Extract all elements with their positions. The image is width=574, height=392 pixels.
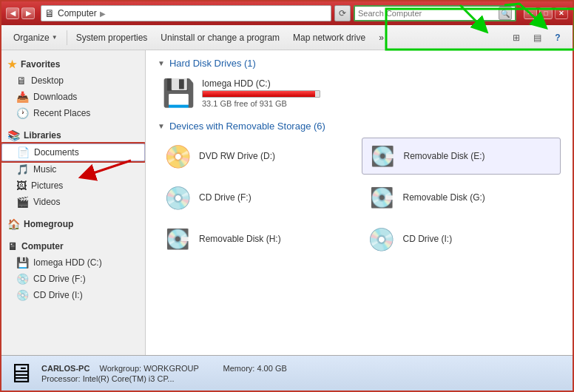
removable-disk-e[interactable]: 💽 Removable Disk (E:) [362,138,561,175]
minimize-button[interactable]: ─ [524,7,537,19]
details-pane-button[interactable]: ▤ [528,29,546,47]
cd-drive-i-name: CD Drive (I:) [403,234,453,244]
removable-disk-h-icon: 💽 [163,228,192,251]
content-area: ▼ Hard Disk Drives (1) 💾 Iomega HDD (C:)… [146,50,573,355]
sidebar-libraries-section: 📚 Libraries 📄 Documents 🎵 Music 🖼 Pictur… [1,127,145,210]
hdd-toggle[interactable]: ▼ [158,59,165,67]
sidebar-item-cd-drive-i[interactable]: 💿 CD Drive (I:) [1,287,145,303]
sidebar: ★ Favorites 🖥 Desktop 📥 Downloads 🕐 Rece… [1,50,146,355]
folder-icon: 🖥 [44,7,55,19]
cd-drive-i[interactable]: 💿 CD Drive (I:) [362,220,561,257]
search-button[interactable]: 🔍 [499,7,512,20]
search-input[interactable] [358,9,499,18]
cd-drive-i-icon: 💿 [368,226,396,252]
favorites-star-icon: ★ [7,58,17,70]
music-icon: 🎵 [16,163,29,175]
sidebar-homegroup-header[interactable]: 🏠 Homegroup [1,216,145,232]
computer-icon: 🖥 [7,240,18,252]
removable-disk-e-name: Removable Disk (E:) [404,151,485,161]
sidebar-computer-section: 🖥 Computer 💾 Iomega HDD (C:) 💿 CD Drive … [1,238,145,303]
organize-arrow: ▼ [52,34,58,41]
removable-disk-e-icon: 💽 [368,145,396,168]
cd-drive-f-icon: 💿 [163,185,192,211]
sidebar-favorites-header[interactable]: ★ Favorites [1,56,145,72]
sidebar-item-videos[interactable]: 🎬 Videos [1,194,145,210]
sidebar-libraries-header[interactable]: 📚 Libraries [1,127,145,143]
removable-disk-g[interactable]: 💽 Removable Disk (G:) [362,179,561,216]
removable-disk-g-icon: 💽 [368,186,396,209]
back-button[interactable]: ◀ [6,7,19,19]
dvd-rw-icon: 📀 [163,143,192,169]
sidebar-item-iomega-hdd[interactable]: 💾 Iomega HDD (C:) [1,254,145,271]
title-bar-controls: ◀ ▶ [6,7,35,19]
sidebar-computer-header[interactable]: 🖥 Computer [1,238,145,254]
sidebar-favorites-section: ★ Favorites 🖥 Desktop 📥 Downloads 🕐 Rece… [1,56,145,121]
help-button[interactable]: ? [549,29,567,47]
iomega-hdd-info: Iomega HDD (C:) 33.1 GB free of 931 GB [202,78,556,108]
uninstall-button[interactable]: Uninstall or change a program [155,30,286,45]
forward-button[interactable]: ▶ [21,7,35,19]
sidebar-item-music[interactable]: 🎵 Music [1,161,145,178]
sidebar-item-recent-places[interactable]: 🕐 Recent Places [1,105,145,121]
dvd-rw-name: DVD RW Drive (D:) [199,151,275,161]
removable-disk-h[interactable]: 💽 Removable Disk (H:) [158,220,357,257]
sidebar-item-cd-drive-f[interactable]: 💿 CD Drive (F:) [1,271,145,287]
videos-icon: 🎬 [16,196,29,208]
removable-toggle[interactable]: ▼ [158,122,165,130]
iomega-hdd-row[interactable]: 💾 Iomega HDD (C:) 33.1 GB free of 931 GB [158,75,561,112]
view-options-button[interactable]: ⊞ [507,29,525,47]
maximize-button[interactable]: □ [539,7,553,19]
sidebar-item-pictures[interactable]: 🖼 Pictures [1,178,145,194]
status-pc-name: CARLOS-PC [41,364,90,373]
sidebar-item-documents[interactable]: 📄 Documents [1,143,145,161]
sidebar-item-desktop[interactable]: 🖥 Desktop [1,72,145,89]
hdd-section-label: Hard Disk Drives (1) [169,58,256,69]
recent-places-icon: 🕐 [16,107,29,119]
pictures-icon: 🖼 [16,180,27,192]
removable-disk-h-name: Removable Disk (H:) [199,234,281,244]
status-line-2: Processor: Intel(R) Core(TM) i3 CP... [41,374,287,383]
status-processor: Processor: Intel(R) Core(TM) i3 CP... [41,374,175,383]
map-network-button[interactable]: Map network drive [287,30,371,45]
toolbar: Organize ▼ System properties Uninstall o… [1,25,573,50]
toolbar-right: ⊞ ▤ ? [507,29,567,47]
iomega-hdd-bar-container [202,90,320,98]
removable-section-label: Devices with Removable Storage (6) [169,121,325,132]
address-bar[interactable]: 🖥 Computer ▶ [41,5,331,21]
title-bar: ◀ ▶ 🖥 Computer ▶ ⟳ 🔍 ─ □ ✕ [1,1,573,25]
libraries-icon: 📚 [7,129,20,141]
toolbar-divider-1 [67,30,67,45]
status-bar: 🖥 CARLOS-PC Workgroup: WORKGROUP Memory:… [1,355,573,391]
window-controls: ─ □ ✕ [524,7,568,19]
status-line-1: CARLOS-PC Workgroup: WORKGROUP Memory: 4… [41,364,287,373]
hdd-section-header: ▼ Hard Disk Drives (1) [158,58,561,69]
system-properties-button[interactable]: System properties [70,30,154,45]
iomega-hdd-size: 33.1 GB free of 931 GB [202,99,556,108]
status-workgroup: Workgroup: WORKGROUP [99,364,198,373]
cd-drive-f-name: CD Drive (F:) [199,192,251,203]
iomega-hdd-name: Iomega HDD (C:) [202,78,556,89]
status-pc-icon: 🖥 [7,358,34,389]
address-separator: ▶ [100,10,106,18]
organize-button[interactable]: Organize ▼ [7,30,64,45]
iomega-hdd-bar [203,91,315,97]
dvd-rw-drive-d[interactable]: 📀 DVD RW Drive (D:) [158,138,357,175]
removable-section-header: ▼ Devices with Removable Storage (6) [158,121,561,132]
close-button[interactable]: ✕ [555,7,568,19]
cd-drive-i-icon: 💿 [16,289,29,301]
search-box[interactable]: 🔍 [354,5,516,21]
address-path: Computer [58,8,97,18]
devices-grid: 📀 DVD RW Drive (D:) 💽 Removable Disk (E:… [158,138,561,257]
iomega-hdd-icon: 💾 [16,257,29,268]
more-button[interactable]: » [373,30,390,45]
refresh-button[interactable]: ⟳ [334,5,351,21]
cd-drive-f-icon: 💿 [16,273,29,285]
explorer-window: ◀ ▶ 🖥 Computer ▶ ⟳ 🔍 ─ □ ✕ Organize ▼ Sy… [0,0,574,392]
homegroup-icon: 🏠 [7,218,20,230]
main-area: ★ Favorites 🖥 Desktop 📥 Downloads 🕐 Rece… [1,50,573,355]
iomega-hdd-drive-icon: 💾 [162,78,195,109]
sidebar-item-downloads[interactable]: 📥 Downloads [1,89,145,105]
status-memory: Memory: 4.00 GB [223,364,287,373]
sidebar-homegroup-section: 🏠 Homegroup [1,216,145,232]
cd-drive-f[interactable]: 💿 CD Drive (F:) [158,179,357,216]
